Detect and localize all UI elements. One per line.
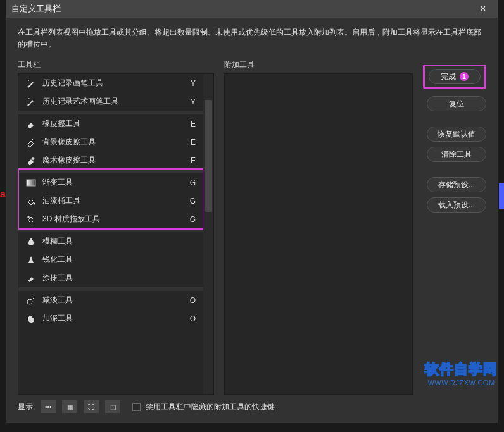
tool-shortcut: O xyxy=(186,314,196,323)
tool-label: 历史记录画笔工具 xyxy=(42,78,179,89)
clear-tools-label: 清除工具 xyxy=(441,149,472,160)
tool-label: 渐变工具 xyxy=(42,177,179,188)
tool-label: 油漆桶工具 xyxy=(42,195,179,206)
svg-rect-1 xyxy=(27,180,35,186)
tool-label: 橡皮擦工具 xyxy=(42,118,179,129)
toolbar-column-label: 工具栏 xyxy=(18,59,214,70)
done-badge: 1 xyxy=(460,72,469,81)
gradient-icon xyxy=(26,178,36,188)
footer-swatch-3[interactable]: ◫ xyxy=(104,400,121,414)
svg-point-3 xyxy=(27,299,32,304)
eraser-icon xyxy=(26,119,36,129)
dialog-title: 自定义工具栏 xyxy=(11,3,474,15)
tool-row-history-brush[interactable]: 历史记录画笔工具 Y xyxy=(18,74,203,92)
tool-row-paint-bucket[interactable]: 油漆桶工具 G xyxy=(18,192,203,210)
tool-label: 背景橡皮擦工具 xyxy=(42,137,179,147)
save-preset-label: 存储预设... xyxy=(438,180,475,190)
tool-row-art-history-brush[interactable]: 历史记录艺术画笔工具 Y xyxy=(18,92,203,111)
tool-shortcut: G xyxy=(186,178,196,187)
smudge-icon xyxy=(26,273,36,283)
svg-point-0 xyxy=(28,80,29,81)
footer-show-label: 显示: xyxy=(18,402,35,412)
tool-row-smudge[interactable]: 涂抹工具 xyxy=(18,269,203,287)
tool-shortcut: Y xyxy=(186,79,196,88)
watermark: 软件自学网 WWW.RJZXW.COM xyxy=(425,360,498,386)
done-button-label: 完成 xyxy=(441,71,456,82)
dialog-description: 在工具栏列表视图中拖放工具或其分组。将超出数量限制、未使用或优先级低的工具放入附… xyxy=(18,27,486,51)
tool-shortcut: E xyxy=(186,138,196,147)
dialog-body: 在工具栏列表视图中拖放工具或其分组。将超出数量限制、未使用或优先级低的工具放入附… xyxy=(6,18,498,423)
edge-marker-left: a xyxy=(0,190,5,199)
tool-shortcut: G xyxy=(186,197,196,206)
tool-shortcut: O xyxy=(186,296,196,305)
tool-row-blur[interactable]: 模糊工具 xyxy=(18,232,203,250)
restore-defaults-button[interactable]: 恢复默认值 xyxy=(427,127,486,142)
tool-row-magic-eraser[interactable]: 魔术橡皮擦工具 E xyxy=(18,151,203,170)
edge-marker-right xyxy=(499,183,504,209)
dodge-icon xyxy=(26,295,36,305)
art-history-brush-icon xyxy=(26,97,36,107)
customize-toolbar-dialog: 自定义工具栏 × 在工具栏列表视图中拖放工具或其分组。将超出数量限制、未使用或优… xyxy=(6,0,498,423)
extra-tools-column-label: 附加工具 xyxy=(224,59,413,70)
reset-button[interactable]: 复位 xyxy=(427,96,486,111)
extra-tools-panel[interactable] xyxy=(224,73,413,395)
done-highlight: 完成 1 xyxy=(423,65,486,89)
close-icon[interactable]: × xyxy=(474,0,493,18)
tool-shortcut: G xyxy=(186,215,196,224)
tool-row-sharpen[interactable]: 锐化工具 xyxy=(18,250,203,269)
history-brush-icon xyxy=(26,78,36,89)
disable-shortcuts-label: 禁用工具栏中隐藏的附加工具的快捷键 xyxy=(146,402,275,412)
tool-group[interactable]: 橡皮擦工具 E 背景橡皮擦工具 E 魔术橡皮擦工具 xyxy=(18,111,203,170)
tool-row-gradient[interactable]: 渐变工具 G xyxy=(18,173,203,192)
tool-label: 锐化工具 xyxy=(42,254,179,265)
done-button[interactable]: 完成 1 xyxy=(429,69,481,84)
reset-button-label: 复位 xyxy=(449,99,464,109)
load-preset-label: 载入预设... xyxy=(438,200,475,211)
tool-label: 加深工具 xyxy=(42,313,179,324)
tool-label: 减淡工具 xyxy=(42,295,179,305)
watermark-sub: WWW.RJZXW.COM xyxy=(425,379,498,386)
sharpen-icon xyxy=(26,255,36,265)
tool-row-bg-eraser[interactable]: 背景橡皮擦工具 E xyxy=(18,133,203,151)
clear-tools-button[interactable]: 清除工具 xyxy=(427,147,486,162)
tool-label: 涂抹工具 xyxy=(42,273,179,283)
load-preset-button[interactable]: 载入预设... xyxy=(427,197,486,213)
tool-row-burn[interactable]: 加深工具 O xyxy=(18,309,203,328)
title-bar[interactable]: 自定义工具栏 × xyxy=(6,0,498,18)
tool-row-3d-material[interactable]: 3D 材质拖放工具 G xyxy=(18,210,203,228)
tool-shortcut: Y xyxy=(186,97,196,106)
footer: 显示: ••• ▦ ⛶ ◫ 禁用工具栏中隐藏的附加工具的快捷键 xyxy=(18,395,486,414)
tool-label: 3D 材质拖放工具 xyxy=(42,214,179,225)
tool-shortcut: E xyxy=(186,120,196,128)
disable-shortcuts-checkbox[interactable] xyxy=(132,403,141,411)
burn-icon xyxy=(26,314,36,324)
tool-group-highlighted[interactable]: 渐变工具 G 油漆桶工具 G 3D 材质拖放工具 G xyxy=(18,170,203,228)
footer-swatch-1[interactable]: ▦ xyxy=(61,400,78,414)
scrollbar[interactable] xyxy=(203,74,213,394)
bg-eraser-icon xyxy=(26,137,36,147)
tool-row-dodge[interactable]: 减淡工具 O xyxy=(18,291,203,309)
tool-group[interactable]: 历史记录画笔工具 Y 历史记录艺术画笔工具 Y xyxy=(18,74,203,111)
watermark-main: 软件自学网 xyxy=(425,361,498,377)
footer-swatch-2[interactable]: ⛶ xyxy=(83,400,99,414)
blur-icon xyxy=(26,237,36,247)
tool-group[interactable]: 模糊工具 锐化工具 涂抹工具 xyxy=(18,228,203,287)
svg-point-2 xyxy=(34,202,35,204)
tool-label: 历史记录艺术画笔工具 xyxy=(42,96,179,107)
3d-material-icon xyxy=(26,214,36,225)
tool-shortcut: E xyxy=(186,156,196,165)
restore-defaults-label: 恢复默认值 xyxy=(438,129,476,140)
tool-group[interactable]: 减淡工具 O 加深工具 O xyxy=(18,287,203,328)
footer-swatch-0[interactable]: ••• xyxy=(40,400,56,414)
tool-label: 模糊工具 xyxy=(42,236,179,247)
paint-bucket-icon xyxy=(26,196,36,206)
magic-eraser-icon xyxy=(26,156,36,166)
save-preset-button[interactable]: 存储预设... xyxy=(427,177,486,192)
tool-row-eraser[interactable]: 橡皮擦工具 E xyxy=(18,114,203,133)
toolbar-list-panel: 历史记录画笔工具 Y 历史记录艺术画笔工具 Y xyxy=(18,73,214,395)
tool-label: 魔术橡皮擦工具 xyxy=(42,155,179,166)
scrollbar-thumb[interactable] xyxy=(205,100,212,212)
